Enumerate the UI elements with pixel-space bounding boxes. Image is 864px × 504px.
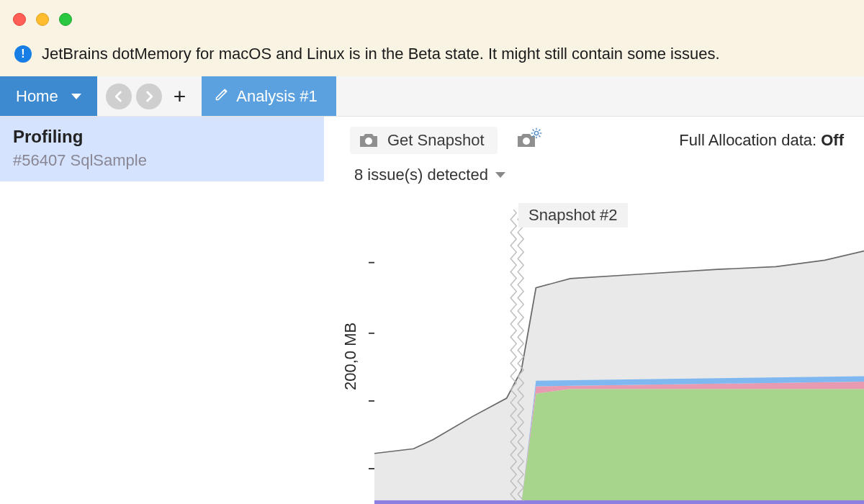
allocation-status[interactable]: Full Allocation data: Off — [679, 131, 854, 150]
nav-back-button[interactable] — [106, 84, 132, 109]
svg-line-9 — [532, 135, 534, 137]
info-icon: ! — [14, 45, 32, 63]
snapshot-settings-button[interactable] — [516, 132, 536, 149]
window-titlebar — [0, 0, 864, 39]
memory-chart[interactable]: Snapshot #2 200,0 MB — [346, 203, 864, 504]
main-panel: Get Snapshot Full Allocation data: Off 8… — [324, 117, 864, 504]
tab-analysis-1[interactable]: Analysis #1 — [202, 76, 336, 116]
zoom-window-button[interactable] — [59, 13, 72, 26]
get-snapshot-label: Get Snapshot — [387, 131, 485, 150]
nav-group: + — [97, 76, 202, 116]
svg-rect-15 — [374, 500, 864, 504]
analysis-tab-label: Analysis #1 — [236, 87, 318, 106]
beta-banner: ! JetBrains dotMemory for macOS and Linu… — [0, 39, 864, 76]
snapshot-marker-label: Snapshot #2 — [518, 203, 628, 228]
content-area: Profiling #56407 SqlSample Get Snapshot — [0, 117, 864, 504]
tab-strip: Home + Analysis #1 — [0, 76, 864, 117]
svg-point-2 — [534, 131, 538, 135]
gear-icon — [531, 127, 542, 142]
nav-forward-button[interactable] — [136, 84, 162, 109]
profiling-card[interactable]: Profiling #56407 SqlSample — [0, 117, 324, 181]
pencil-icon — [215, 87, 229, 106]
svg-line-10 — [539, 130, 540, 131]
svg-point-0 — [365, 138, 372, 145]
profiling-title: Profiling — [13, 127, 311, 147]
profiling-toolbar: Get Snapshot Full Allocation data: Off — [346, 117, 864, 158]
get-snapshot-button[interactable]: Get Snapshot — [350, 127, 498, 154]
new-tab-button[interactable]: + — [166, 84, 194, 109]
chart-y-label: 200,0 MB — [341, 323, 360, 390]
allocation-value: Off — [821, 131, 844, 149]
svg-line-7 — [532, 130, 534, 131]
home-tab[interactable]: Home — [0, 76, 97, 116]
beta-banner-text: JetBrains dotMemory for macOS and Linux … — [42, 45, 720, 63]
memory-chart-svg — [346, 203, 864, 504]
close-window-button[interactable] — [13, 13, 26, 26]
sidebar: Profiling #56407 SqlSample — [0, 117, 324, 504]
profiling-subtitle: #56407 SqlSample — [13, 151, 311, 170]
camera-icon — [359, 132, 379, 149]
home-tab-label: Home — [16, 87, 58, 106]
issues-label: 8 issue(s) detected — [354, 166, 488, 184]
issues-dropdown[interactable]: 8 issue(s) detected — [346, 158, 864, 189]
allocation-prefix: Full Allocation data: — [679, 131, 821, 149]
minimize-window-button[interactable] — [36, 13, 49, 26]
svg-point-1 — [523, 138, 530, 145]
chevron-down-icon — [71, 94, 81, 99]
chevron-down-icon — [495, 172, 505, 178]
svg-line-8 — [539, 135, 540, 137]
